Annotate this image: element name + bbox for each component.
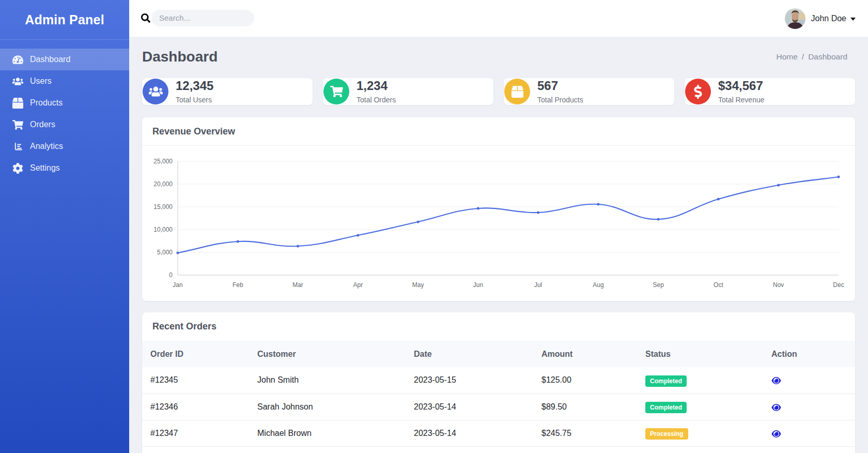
svg-text:Jan: Jan (173, 281, 182, 289)
svg-text:5,000: 5,000 (157, 249, 173, 256)
svg-text:25,000: 25,000 (153, 158, 173, 165)
svg-text:0: 0 (169, 271, 173, 279)
svg-text:15,000: 15,000 (153, 203, 173, 210)
svg-text:20,000: 20,000 (153, 180, 173, 188)
svg-text:Mar: Mar (292, 281, 303, 289)
svg-text:Dec: Dec (833, 281, 844, 289)
svg-text:Aug: Aug (593, 281, 603, 289)
svg-text:Nov: Nov (773, 281, 784, 289)
svg-text:May: May (412, 281, 424, 289)
svg-text:10,000: 10,000 (153, 226, 173, 233)
svg-text:Feb: Feb (233, 281, 243, 289)
svg-text:Jul: Jul (534, 281, 542, 289)
svg-text:Jun: Jun (473, 281, 483, 289)
svg-text:Oct: Oct (714, 281, 723, 289)
svg-text:Apr: Apr (353, 281, 363, 289)
svg-text:Sep: Sep (653, 281, 664, 289)
